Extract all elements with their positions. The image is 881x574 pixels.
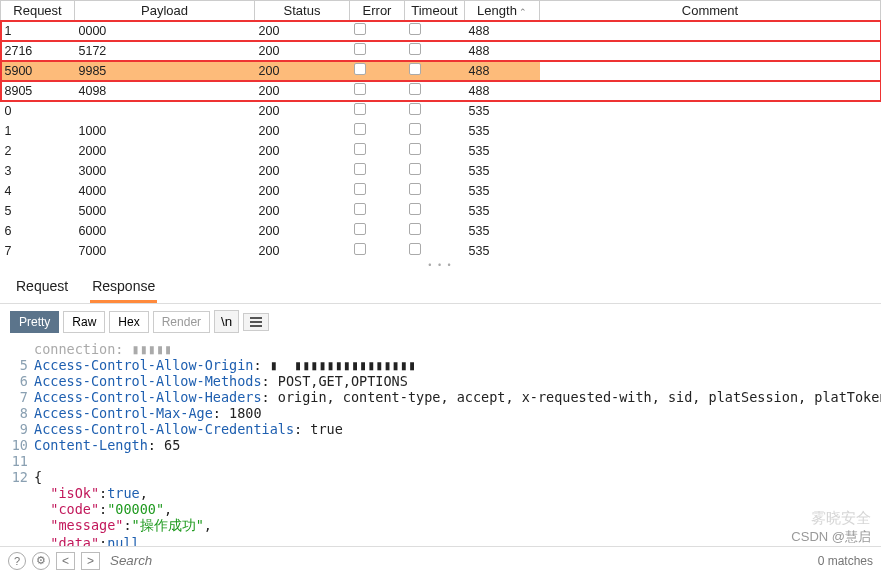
col-request[interactable]: Request	[1, 1, 75, 21]
col-length[interactable]: Length⌃	[465, 1, 540, 21]
next-match-button[interactable]: >	[81, 552, 100, 570]
search-icon[interactable]: ?	[8, 552, 26, 570]
col-error[interactable]: Error	[350, 1, 405, 21]
col-payload[interactable]: Payload	[75, 1, 255, 21]
table-row[interactable]: 27165172200488	[1, 41, 881, 61]
tab-response[interactable]: Response	[90, 274, 157, 303]
error-checkbox[interactable]	[354, 223, 366, 235]
timeout-checkbox[interactable]	[409, 63, 421, 75]
error-checkbox[interactable]	[354, 143, 366, 155]
timeout-checkbox[interactable]	[409, 163, 421, 175]
table-row[interactable]: 0200535	[1, 101, 881, 121]
timeout-checkbox[interactable]	[409, 103, 421, 115]
timeout-checkbox[interactable]	[409, 143, 421, 155]
timeout-checkbox[interactable]	[409, 43, 421, 55]
search-footer: ? ⚙ < > 0 matches	[0, 546, 881, 574]
timeout-checkbox[interactable]	[409, 123, 421, 135]
view-render-button[interactable]: Render	[153, 311, 210, 333]
error-checkbox[interactable]	[354, 123, 366, 135]
view-pretty-button[interactable]: Pretty	[10, 311, 59, 333]
error-checkbox[interactable]	[354, 63, 366, 75]
table-row[interactable]: 11000200535	[1, 121, 881, 141]
error-checkbox[interactable]	[354, 243, 366, 255]
hamburger-icon[interactable]	[243, 313, 269, 331]
error-checkbox[interactable]	[354, 83, 366, 95]
error-checkbox[interactable]	[354, 43, 366, 55]
table-row[interactable]: 77000200535	[1, 241, 881, 261]
timeout-checkbox[interactable]	[409, 183, 421, 195]
timeout-checkbox[interactable]	[409, 83, 421, 95]
table-row[interactable]: 66000200535	[1, 221, 881, 241]
search-input[interactable]	[106, 551, 812, 570]
table-row[interactable]: 22000200535	[1, 141, 881, 161]
col-status[interactable]: Status	[255, 1, 350, 21]
error-checkbox[interactable]	[354, 183, 366, 195]
timeout-checkbox[interactable]	[409, 23, 421, 35]
view-raw-button[interactable]: Raw	[63, 311, 105, 333]
table-row[interactable]: 89054098200488	[1, 81, 881, 101]
error-checkbox[interactable]	[354, 23, 366, 35]
col-comment[interactable]: Comment	[540, 1, 881, 21]
results-table[interactable]: RequestPayloadStatusErrorTimeoutLength⌃C…	[0, 0, 881, 260]
response-body[interactable]: connection: ▮▮▮▮▮5Access-Control-Allow-O…	[0, 339, 881, 574]
table-row[interactable]: 44000200535	[1, 181, 881, 201]
table-row[interactable]: 55000200535	[1, 201, 881, 221]
pane-resize-handle[interactable]: • • •	[0, 260, 881, 268]
newline-toggle-button[interactable]: \n	[214, 310, 239, 333]
view-hex-button[interactable]: Hex	[109, 311, 148, 333]
timeout-checkbox[interactable]	[409, 243, 421, 255]
view-toolbar: Pretty Raw Hex Render \n	[0, 304, 881, 339]
error-checkbox[interactable]	[354, 163, 366, 175]
detail-tabs: Request Response	[0, 268, 881, 304]
table-row[interactable]: 59009985200488	[1, 61, 881, 81]
timeout-checkbox[interactable]	[409, 203, 421, 215]
prev-match-button[interactable]: <	[56, 552, 75, 570]
error-checkbox[interactable]	[354, 103, 366, 115]
match-count: 0 matches	[818, 554, 873, 568]
table-row[interactable]: 10000200488	[1, 21, 881, 41]
gear-icon[interactable]: ⚙	[32, 552, 50, 570]
timeout-checkbox[interactable]	[409, 223, 421, 235]
error-checkbox[interactable]	[354, 203, 366, 215]
col-timeout[interactable]: Timeout	[405, 1, 465, 21]
table-row[interactable]: 33000200535	[1, 161, 881, 181]
tab-request[interactable]: Request	[14, 274, 70, 303]
